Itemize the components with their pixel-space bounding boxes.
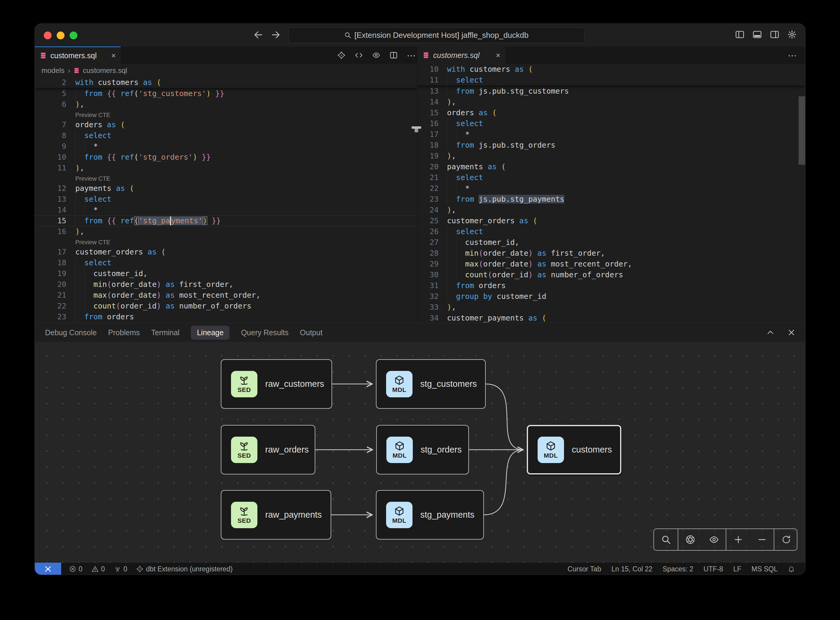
search-button[interactable] — [654, 529, 678, 550]
status-item-dbt-extension-unregistered-[interactable]: dbt Extension (unregistered) — [136, 565, 233, 573]
status-item[interactable] — [788, 565, 795, 573]
editor-right[interactable]: 10with customers as (11 select 13 from j… — [418, 64, 805, 322]
codelens-label[interactable]: Preview CTE — [75, 239, 110, 245]
compiled-code-icon[interactable] — [355, 51, 363, 59]
toggle-right-panel-icon[interactable] — [770, 30, 779, 39]
code-line[interactable]: 16 select — [418, 118, 805, 129]
panel-tab-query-results[interactable]: Query Results — [241, 326, 288, 340]
command-center[interactable]: [Extension Development Host] jaffle_shop… — [288, 27, 585, 43]
preview-eye-icon[interactable] — [372, 51, 380, 59]
maximize-panel-icon[interactable] — [766, 328, 775, 337]
maximize-window-button[interactable] — [70, 32, 77, 39]
aperture-button[interactable] — [678, 529, 702, 550]
code-line[interactable]: 2with customers as ( — [35, 77, 417, 88]
code-line[interactable]: 23 from orders — [35, 312, 417, 322]
code-area[interactable]: 5 from {{ ref('stg_customers') }}6),Prev… — [35, 88, 417, 322]
code-line[interactable]: 19 customer_id, — [35, 268, 417, 279]
eye-button[interactable] — [702, 529, 726, 550]
code-area[interactable]: 13 from js.pub.stg_customers14),15orders… — [418, 86, 805, 322]
code-line[interactable]: 20 min(order_date) as first_order, — [35, 279, 417, 290]
lineage-node-raw_orders[interactable]: SEDraw_orders — [221, 425, 315, 474]
codelens-row[interactable]: Preview CTE — [35, 237, 417, 247]
lineage-node-raw_payments[interactable]: SEDraw_payments — [221, 490, 331, 540]
code-line[interactable]: 13 from js.pub.stg_customers — [418, 86, 805, 96]
status-item-cursor-tab[interactable]: Cursor Tab — [568, 565, 601, 573]
code-line[interactable]: 19), — [418, 150, 805, 161]
lineage-node-stg_payments[interactable]: MDLstg_payments — [376, 490, 484, 540]
status-item-spaces-2[interactable]: Spaces: 2 — [663, 565, 693, 573]
code-line[interactable]: 17 * — [418, 129, 805, 140]
status-item-0[interactable]: 0 — [69, 565, 83, 573]
code-line[interactable]: 23 from js.pub.stg_payments — [418, 194, 805, 205]
panel-tab-debug-console[interactable]: Debug Console — [45, 326, 96, 340]
code-line[interactable]: 10 from {{ ref('stg_orders') }} — [35, 152, 417, 163]
back-icon[interactable] — [253, 30, 263, 40]
close-tab-icon[interactable]: × — [111, 52, 116, 59]
status-item-utf-8[interactable]: UTF-8 — [703, 565, 723, 573]
code-line[interactable]: 11 select — [418, 75, 805, 86]
breadcrumb-file[interactable]: customers.sql — [83, 66, 127, 75]
editor-left[interactable]: models › customers.sql 2with customers a… — [35, 64, 417, 322]
code-line[interactable]: 32 group by customer_id — [418, 291, 805, 302]
code-line[interactable]: 12payments as ( — [35, 183, 417, 194]
remote-indicator[interactable] — [35, 563, 61, 575]
editor-splitter[interactable] — [417, 64, 418, 323]
lineage-node-raw_customers[interactable]: SEDraw_customers — [221, 359, 332, 409]
close-tab-icon[interactable]: × — [496, 51, 500, 59]
code-line[interactable]: 6), — [35, 99, 417, 110]
code-line[interactable]: 7orders as ( — [35, 119, 417, 130]
code-line[interactable]: 11), — [35, 163, 417, 173]
code-line[interactable]: 21 max(order_date) as most_recent_order, — [35, 290, 417, 301]
close-window-button[interactable] — [44, 32, 52, 39]
panel-tab-problems[interactable]: Problems — [108, 326, 140, 340]
status-item-ms-sql[interactable]: MS SQL — [751, 565, 778, 573]
code-line[interactable]: 18 from js.pub.stg_orders — [418, 140, 805, 150]
settings-gear-icon[interactable] — [787, 30, 797, 39]
close-panel-icon[interactable] — [787, 328, 796, 337]
code-line[interactable]: 5 from {{ ref('stg_customers') }} — [35, 88, 417, 99]
code-line[interactable]: 20payments as ( — [418, 161, 805, 172]
code-line[interactable]: 31 from orders — [418, 280, 805, 291]
lineage-canvas[interactable]: SEDraw_customersMDLstg_customersSEDraw_o… — [35, 342, 805, 563]
more-actions-icon[interactable]: ⋯ — [407, 50, 416, 61]
breadcrumb-folder[interactable]: models — [41, 66, 65, 75]
right-editor-scrollbar[interactable] — [799, 96, 805, 165]
forward-icon[interactable] — [270, 30, 281, 40]
codelens-label[interactable]: Preview CTE — [75, 111, 110, 118]
tab-customers-sql-right[interactable]: customers.sql × — [418, 47, 505, 64]
code-line[interactable]: 16), — [35, 226, 417, 237]
code-line[interactable]: 33), — [418, 302, 805, 313]
breadcrumb[interactable]: models › customers.sql — [35, 64, 417, 77]
refresh-button[interactable] — [774, 529, 798, 550]
code-line[interactable]: 14), — [418, 96, 805, 107]
dbt-action-icon[interactable] — [337, 51, 346, 59]
code-line[interactable]: 15orders as ( — [418, 107, 805, 118]
codelens-row[interactable]: Preview CTE — [35, 110, 417, 119]
more-actions-icon[interactable]: ⋯ — [788, 50, 797, 61]
sticky-scroll[interactable]: 2with customers as ( — [35, 77, 417, 88]
split-editor-icon[interactable] — [389, 51, 398, 59]
code-line[interactable]: 22 count(order_id) as number_of_orders — [35, 301, 417, 312]
code-line[interactable]: 14 * — [35, 205, 417, 215]
tab-customers-sql-left[interactable]: customers.sql × — [35, 47, 120, 64]
code-line[interactable]: 17customer_orders as ( — [35, 247, 417, 257]
code-line[interactable]: 24), — [418, 205, 805, 215]
code-line[interactable]: 26 select — [418, 226, 805, 237]
panel-tab-lineage[interactable]: Lineage — [191, 326, 230, 340]
toggle-left-panel-icon[interactable] — [735, 30, 745, 39]
codelens-label[interactable]: Preview CTE — [75, 175, 110, 182]
scrollbar-handle[interactable] — [412, 126, 421, 129]
code-line[interactable]: 22 * — [418, 183, 805, 194]
code-line[interactable]: 15 from {{ ref('stg_payments') }} — [35, 215, 417, 226]
lineage-node-customers[interactable]: MDLcustomers — [527, 425, 621, 474]
code-line[interactable]: 27 customer_id, — [418, 237, 805, 248]
code-line[interactable]: 25customer_orders as ( — [418, 215, 805, 226]
status-item-0[interactable]: 0 — [114, 565, 128, 573]
code-line[interactable]: 9 * — [35, 141, 417, 152]
code-line[interactable]: 13 select — [35, 194, 417, 205]
code-line[interactable]: 29 max(order_date) as most_recent_order, — [418, 259, 805, 269]
code-line[interactable]: 10with customers as ( — [418, 64, 805, 75]
code-line[interactable]: 28 min(order_date) as first_order, — [418, 248, 805, 259]
code-line[interactable]: 34customer_payments as ( — [418, 313, 805, 322]
status-item-ln-15-col-22[interactable]: Ln 15, Col 22 — [612, 565, 652, 573]
